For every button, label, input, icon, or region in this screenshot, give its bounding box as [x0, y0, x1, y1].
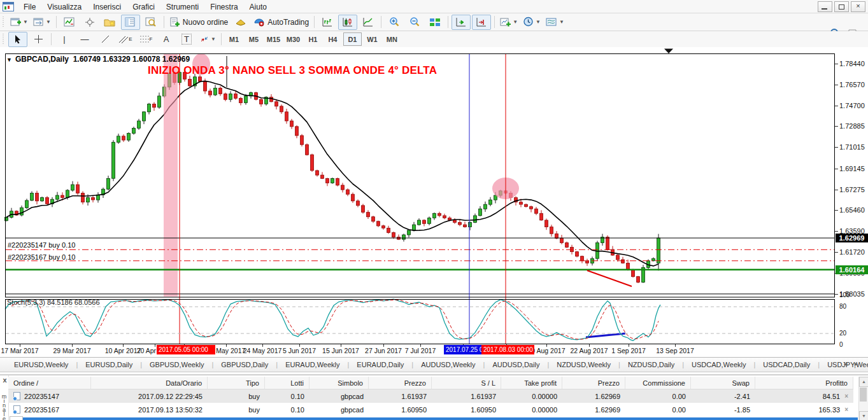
vertical-line-tool[interactable]: |	[55, 32, 74, 47]
new-order-button[interactable]: Nuovo ordine	[167, 15, 230, 30]
favorites-button[interactable]	[101, 15, 120, 30]
tile-windows-button[interactable]	[425, 15, 445, 30]
tick-chart-button[interactable]	[60, 15, 79, 30]
templates-button[interactable]: ▼	[544, 15, 566, 30]
periods-button[interactable]: ▼	[521, 15, 543, 30]
chart-tab-gbpusd-daily[interactable]: GBPUSD,Daily	[218, 361, 271, 368]
chart-tab-audusd-daily[interactable]: AUDUSD,Daily	[490, 361, 542, 368]
profiles-button[interactable]: ▼	[31, 15, 53, 30]
data-window-button[interactable]	[121, 15, 140, 30]
menu-item-visualizza[interactable]: Visualizza	[41, 1, 87, 13]
restore-button[interactable]	[834, 1, 849, 12]
timeframe-w1[interactable]: W1	[363, 32, 381, 46]
chart-tab-audusd-weekly[interactable]: AUDUSD,Weekly	[418, 361, 478, 368]
order-line-label: #220235147 buy 0.10	[8, 241, 75, 249]
arrows-tool[interactable]: ▼	[197, 32, 218, 47]
line-chart-button[interactable]	[359, 15, 378, 30]
scroll-up-icon[interactable]: ▲	[859, 377, 868, 387]
col-header-ordine[interactable]: Ordine /	[8, 377, 91, 389]
scroll-thumb[interactable]	[860, 388, 867, 402]
navigator-button[interactable]	[141, 15, 160, 30]
menu-item-inserisci[interactable]: Inserisci	[87, 1, 127, 13]
autoscroll-button[interactable]	[452, 15, 471, 30]
tab-scroll-arrows[interactable]: ◄►	[843, 361, 864, 367]
timeframe-m5[interactable]: M5	[245, 32, 263, 46]
zoom-in-button[interactable]	[385, 15, 404, 30]
menu-item-file[interactable]: File	[18, 1, 41, 13]
order-row[interactable]: 2202351672017.09.13 13:50:32buy0.10gbpca…	[8, 403, 853, 416]
col-header-simbolo[interactable]: Simbolo	[309, 377, 369, 389]
col-header-data-orario[interactable]: Data/Orario	[91, 377, 208, 389]
chart-shift-button[interactable]	[472, 15, 491, 30]
close-button[interactable]: ×	[851, 1, 865, 12]
bar-chart-button[interactable]	[318, 15, 337, 30]
price-tick: 1.67275	[839, 186, 865, 193]
menu-item-grafici[interactable]: Grafici	[127, 1, 160, 13]
cell-s-l: 1.61937	[432, 389, 501, 403]
stoch-k-value: 84.5186	[47, 298, 73, 306]
col-header-profitto[interactable]: Profitto	[755, 377, 853, 389]
col-header-s-l[interactable]: S / L	[432, 377, 501, 389]
chart-tab-euraud-daily[interactable]: EURAUD,Daily	[354, 361, 406, 368]
timeframe-m30[interactable]: M30	[284, 32, 302, 46]
indicators-button[interactable]: ▼	[498, 15, 520, 30]
col-header-take-profit[interactable]: Take profit	[501, 377, 562, 389]
fibonacci-tool[interactable]: F	[136, 32, 155, 47]
scroll-down-icon[interactable]: ▼	[859, 411, 868, 420]
chart-tab-euraud-weekly[interactable]: EURAUD,Weekly	[283, 361, 342, 368]
col-header-commissione[interactable]: Commissione	[625, 377, 691, 389]
timeframe-h4[interactable]: H4	[324, 32, 342, 46]
channel-tool[interactable]: E	[116, 32, 135, 47]
cell-prezzo: 1.62969	[562, 389, 625, 403]
chart-tab-nzdusd-daily[interactable]: NZDUSD,Daily	[625, 361, 677, 368]
chart-tab-eurusd-weekly[interactable]: EURUSD,Weekly	[11, 361, 71, 368]
horizontal-line-tool[interactable]: —	[75, 32, 94, 47]
crosshair-tool[interactable]	[29, 32, 48, 47]
chart-area[interactable]: ▼GBPCAD,Daily 1.60749 1.63329 1.60078 1.…	[0, 47, 868, 356]
order-row[interactable]: 2202351472017.09.12 22:29:45buy0.10gbpca…	[8, 389, 853, 403]
chart-tab-usdcad-weekly[interactable]: USDCAD,Weekly	[689, 361, 748, 368]
chart-tab-nzdusd-weekly[interactable]: NZDUSD,Weekly	[554, 361, 613, 368]
ohlc-low: 1.60078	[132, 55, 160, 64]
terminal-scrollbar[interactable]: ▲ ▼	[858, 377, 868, 420]
new-chart-button[interactable]: ▼	[8, 15, 30, 30]
autotrading-button[interactable]: AutoTrading	[252, 15, 311, 30]
terminal-close-icon[interactable]: x	[1, 376, 8, 384]
candlestick-button[interactable]	[338, 15, 357, 30]
timeframe-d1[interactable]: D1	[343, 32, 362, 46]
chart-canvas[interactable]	[0, 47, 868, 356]
timeframe-m1[interactable]: M1	[225, 32, 243, 46]
col-header-prezzo[interactable]: Prezzo	[369, 377, 432, 389]
chart-tab-usdcad-daily[interactable]: USDCAD,Daily	[760, 361, 813, 368]
trendline-tool[interactable]	[96, 32, 115, 47]
menu-item-finestra[interactable]: Finestra	[204, 1, 243, 13]
terminal-tab-label[interactable]: minale	[0, 395, 8, 420]
cursor-tool[interactable]	[8, 32, 27, 47]
timeframe-m15[interactable]: M15	[264, 32, 283, 46]
menu-item-strumenti[interactable]: Strumenti	[160, 1, 204, 13]
text-tool[interactable]: A	[157, 32, 176, 47]
toolbar-grip[interactable]	[2, 17, 5, 28]
chevron-down-icon: ▼	[46, 19, 51, 25]
toolbar-grip[interactable]	[2, 34, 5, 45]
chevron-down-icon: ▼	[6, 57, 12, 63]
menu-item-aiuto[interactable]: Aiuto	[244, 1, 273, 13]
metaeditor-button[interactable]	[231, 15, 250, 30]
minimize-button[interactable]	[818, 1, 832, 12]
cell-prezzo: 1.62969	[562, 403, 625, 416]
chart-tab-gbpusd-weekly[interactable]: GBPUSD,Weekly	[147, 361, 206, 368]
close-order-icon[interactable]: ×	[844, 406, 848, 413]
col-header-tipo[interactable]: Tipo	[208, 377, 265, 389]
timeframe-h1[interactable]: H1	[304, 32, 322, 46]
chart-tab-eurusd-daily[interactable]: EURUSD,Daily	[83, 361, 135, 368]
text-label-tool[interactable]: T	[177, 32, 196, 47]
crosshair-button[interactable]	[80, 15, 99, 30]
col-header-lotti[interactable]: Lotti	[265, 377, 309, 389]
close-order-icon[interactable]: ×	[844, 393, 848, 400]
col-header-prezzo[interactable]: Prezzo	[562, 377, 625, 389]
tile-windows-icon	[429, 17, 441, 27]
timeframe-mn[interactable]: MN	[383, 32, 401, 46]
trendline-icon	[101, 34, 110, 44]
zoom-out-button[interactable]	[405, 15, 424, 30]
col-header-swap[interactable]: Swap	[691, 377, 755, 389]
